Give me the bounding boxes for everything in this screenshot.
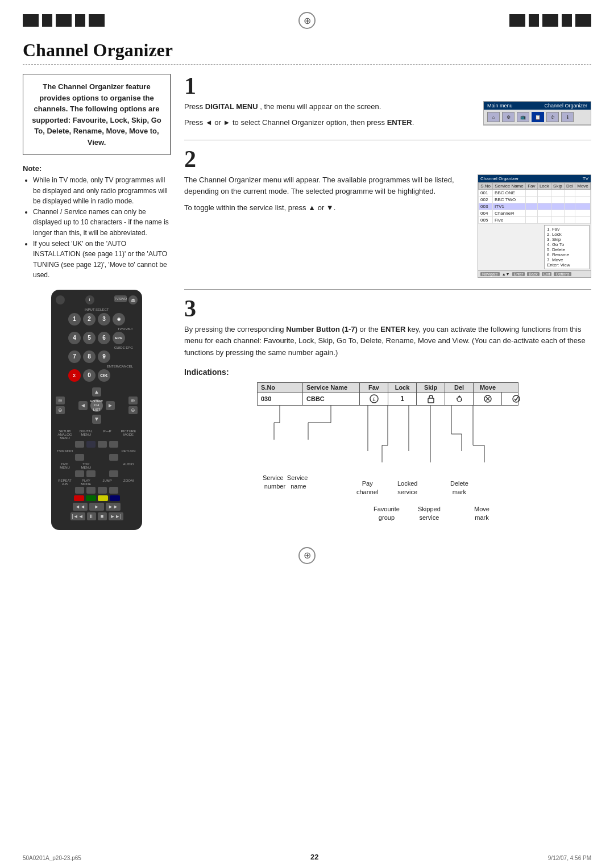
dpad-down[interactable]: ▼ (92, 415, 101, 424)
btn-guide[interactable]: EPG (113, 332, 125, 344)
td-skip (551, 197, 564, 203)
btn-ok[interactable]: OK (98, 369, 110, 382)
prev-btn[interactable]: |◄◄ (70, 512, 85, 520)
bottom-label-row-3: DVD MENU TOP MENU AUDIO (56, 462, 138, 469)
btn-7[interactable]: 7 (68, 350, 81, 363)
co-th-name: Service Name (493, 183, 526, 190)
top-bar-block-9 (562, 14, 572, 27)
ind-header-sno-name: S.No (258, 383, 303, 392)
note-item-1: While in TV mode, only TV programmes wil… (33, 175, 171, 207)
btn-5[interactable]: 5 (83, 332, 96, 344)
btn-2[interactable]: 2 (83, 313, 96, 326)
btn-1[interactable]: 1 (68, 313, 81, 326)
btn-input[interactable]: ◉ (113, 313, 125, 326)
label-move-mark: Movemark (474, 505, 489, 523)
num-row-1: 1 2 3 ◉ (56, 313, 138, 326)
enter-chlist-btn[interactable]: ENTER/ CH LIST (90, 399, 103, 412)
page-number: 22 (310, 853, 318, 861)
td-fav (526, 217, 538, 224)
topmenu-btn[interactable] (86, 470, 96, 477)
td-lock (537, 190, 551, 197)
feature-text: The Channel Organizer feature provides o… (32, 82, 161, 147)
colored-buttons-row (56, 495, 138, 501)
lock-icon (427, 394, 435, 403)
blue-button[interactable] (110, 495, 120, 501)
vol-down[interactable]: ⊖ (56, 406, 65, 414)
co-options-area: 1. Fav 2. Lock 3. Skip 4. Go To 5. Delet… (478, 224, 591, 270)
section-rule-2 (184, 289, 591, 290)
btn-8[interactable]: 8 (83, 350, 96, 363)
rewind-btn[interactable]: ◄◄ (73, 503, 88, 511)
label-delete-mark: Deletemark (450, 479, 468, 497)
tv-button: TV/DVD (114, 295, 127, 302)
green-button[interactable] (86, 495, 96, 501)
page-wrapper: ⊕ Channel Organizer The Channel Organize… (0, 0, 614, 868)
step3-numberbtn: Number Button (1-7) (286, 325, 358, 333)
dvdmenu-btn[interactable] (75, 470, 84, 477)
tvradio-btn[interactable] (75, 454, 84, 461)
play-btn[interactable]: ► (89, 503, 104, 511)
label-locked-service: Lockedservice (397, 479, 417, 497)
footer-date: 9/12/07, 4:56 PM (548, 855, 591, 861)
co-header-left: Channel Organizer (480, 176, 518, 181)
td-move (575, 210, 591, 217)
btn-s[interactable]: Σ (68, 369, 81, 382)
vol-up[interactable]: ⊕ (56, 397, 65, 404)
co-spacer (478, 224, 543, 270)
btn-3[interactable]: 3 (98, 313, 110, 326)
top-bar-block-2 (42, 14, 52, 27)
top-bar-block-10 (575, 14, 591, 27)
dpad-up[interactable]: ▲ (92, 387, 101, 397)
btn-0[interactable]: 0 (83, 369, 96, 382)
setup-label: SETUP/ ANALOG MENU (57, 429, 73, 440)
table-row: 004Channel4 (479, 210, 591, 217)
co-opt-1: 1. Fav (547, 227, 587, 232)
btn-9[interactable]: 9 (98, 350, 110, 363)
menu-icon-tv: 📺 (517, 112, 529, 122)
zoom-btn[interactable] (109, 487, 118, 494)
dpad: ▲ ◄ ENTER/ CH LIST ► ▼ (78, 387, 115, 424)
menu-icon-timer: ⏱ (546, 112, 559, 122)
co-th-skip: Skip (551, 183, 564, 190)
audio-btn[interactable] (109, 470, 118, 477)
td-lock (537, 210, 551, 217)
yellow-button[interactable] (98, 495, 108, 501)
step-2-content: Channel Organizer TV S.No Service Name F… (184, 174, 591, 282)
note-item-3: If you select 'UK' on the 'AUTO INSTALLA… (33, 239, 171, 281)
stop-btn[interactable]: ■ (98, 512, 107, 520)
lock-num-icon: 1 (400, 395, 404, 403)
next-btn[interactable]: ►►| (109, 512, 123, 520)
menu-icon-settings: ⚙ (502, 112, 515, 122)
jump-btn[interactable] (98, 487, 107, 494)
td-move (575, 217, 591, 224)
menu-icon-home: ⌂ (487, 112, 500, 122)
repeatab-btn[interactable] (75, 487, 84, 494)
top-bar-left (23, 14, 105, 27)
audio-label: AUDIO (121, 462, 136, 469)
blank-label2 (99, 449, 115, 453)
ch-down[interactable]: ⊖ (128, 406, 138, 414)
ffwd-btn[interactable]: ►► (106, 503, 121, 511)
btn-6[interactable]: 6 (98, 332, 110, 344)
dpad-left[interactable]: ◄ (78, 401, 88, 410)
co-footer: Navigate ▲▼ Enter Back Exit Options (478, 270, 591, 277)
ch-up[interactable]: ⊕ (128, 397, 138, 404)
vol-buttons: ⊕ ⊖ (56, 397, 65, 414)
dpad-right[interactable]: ► (106, 401, 115, 410)
svg-rect-2 (428, 398, 434, 403)
picture-btn[interactable] (109, 441, 118, 448)
co-table: S.No Service Name Fav Lock Skip Del Move (478, 182, 591, 224)
step-2-number: 2 (184, 147, 591, 171)
pp-btn[interactable] (98, 441, 107, 448)
co-header-right: TV (583, 176, 588, 181)
playmode-btn[interactable] (86, 487, 96, 494)
pause-btn[interactable]: ⏸ (87, 512, 96, 520)
red-button[interactable] (74, 495, 84, 501)
label-favourite-group: Favouritegroup (374, 505, 400, 523)
btn-4[interactable]: 4 (68, 332, 81, 344)
num-row-3: 7 8 9 (56, 350, 138, 363)
digital-menu-btn[interactable] (86, 441, 96, 448)
return-btn[interactable] (109, 454, 118, 461)
setup-btn[interactable] (75, 441, 84, 448)
func-row-4 (56, 487, 138, 494)
